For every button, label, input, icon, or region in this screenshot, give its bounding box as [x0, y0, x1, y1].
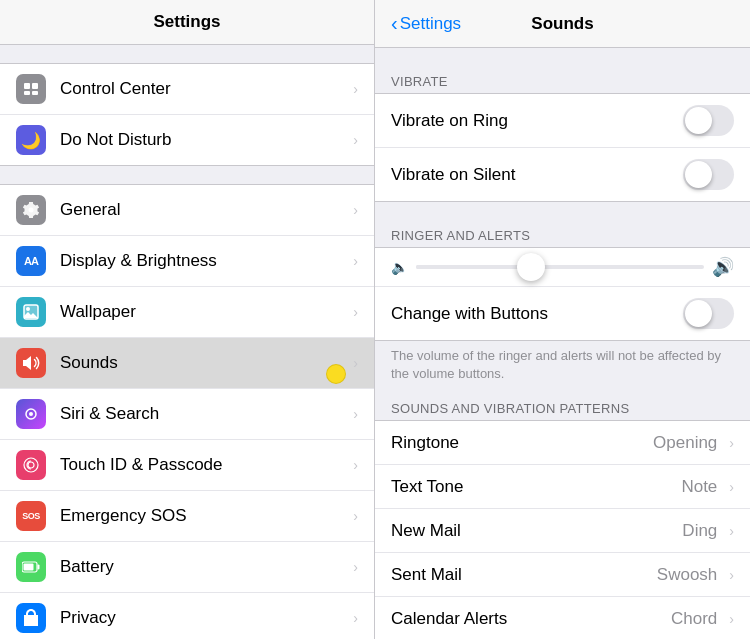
chevron-icon: › [729, 523, 734, 539]
chevron-icon: › [353, 610, 358, 626]
control-center-icon [16, 74, 46, 104]
back-button[interactable]: ‹ Settings [391, 12, 461, 35]
general-label: General [60, 200, 347, 220]
privacy-icon [16, 603, 46, 633]
sidebar-item-emergency-sos[interactable]: SOS Emergency SOS › [0, 491, 374, 542]
change-buttons-toggle[interactable] [683, 298, 734, 329]
svg-point-5 [26, 307, 30, 311]
sidebar-item-battery[interactable]: Battery › [0, 542, 374, 593]
ringer-alerts-section-header: RINGER AND ALERTS [375, 220, 750, 247]
vibrate-ring-toggle[interactable] [683, 105, 734, 136]
sidebar-item-siri-search[interactable]: Siri & Search › [0, 389, 374, 440]
chevron-icon: › [353, 202, 358, 218]
chevron-icon: › [353, 457, 358, 473]
new-mail-row[interactable]: New Mail Ding › [375, 509, 750, 553]
ringer-slider-row: 🔈 🔊 [375, 248, 750, 287]
new-mail-value: Ding [682, 521, 717, 541]
vibrate-group: Vibrate on Ring Vibrate on Silent [375, 93, 750, 202]
svg-rect-2 [24, 91, 30, 95]
sidebar-item-control-center[interactable]: Control Center › [0, 64, 374, 115]
text-tone-value: Note [681, 477, 717, 497]
svg-point-7 [29, 412, 33, 416]
battery-icon [16, 552, 46, 582]
vibrate-silent-toggle[interactable] [683, 159, 734, 190]
chevron-icon: › [353, 508, 358, 524]
settings-left-panel: Settings Control Center › 🌙 Do N [0, 0, 375, 639]
general-icon [16, 195, 46, 225]
touch-id-icon [16, 450, 46, 480]
sent-mail-row[interactable]: Sent Mail Swoosh › [375, 553, 750, 597]
wallpaper-icon [16, 297, 46, 327]
svg-point-8 [28, 462, 34, 468]
calendar-alerts-value: Chord [671, 609, 717, 629]
chevron-icon: › [353, 304, 358, 320]
emergency-sos-icon: SOS [16, 501, 46, 531]
svg-rect-11 [24, 564, 34, 571]
text-tone-row[interactable]: Text Tone Note › [375, 465, 750, 509]
svg-rect-0 [24, 83, 30, 89]
chevron-icon: › [729, 611, 734, 627]
ringer-slider[interactable] [416, 265, 704, 269]
svg-rect-3 [32, 91, 38, 95]
chevron-icon: › [729, 435, 734, 451]
touch-id-label: Touch ID & Passcode [60, 455, 347, 475]
chevron-icon: › [729, 479, 734, 495]
separator [0, 166, 374, 184]
settings-group-2: General › AA Display & Brightness › Wall… [0, 184, 374, 639]
settings-list: Control Center › 🌙 Do Not Disturb › Gene… [0, 45, 374, 639]
sidebar-item-display-brightness[interactable]: AA Display & Brightness › [0, 236, 374, 287]
sounds-label: Sounds [60, 353, 347, 373]
change-with-buttons-row: Change with Buttons [375, 287, 750, 340]
siri-icon [16, 399, 46, 429]
sounds-vibration-group: Ringtone Opening › Text Tone Note › New … [375, 420, 750, 639]
battery-label: Battery [60, 557, 347, 577]
sidebar-item-do-not-disturb[interactable]: 🌙 Do Not Disturb › [0, 115, 374, 165]
chevron-icon: › [729, 567, 734, 583]
sounds-right-panel: ‹ Settings Sounds VIBRATE Vibrate on Rin… [375, 0, 750, 639]
toggle-thumb [685, 300, 712, 327]
vibrate-on-silent-row: Vibrate on Silent [375, 148, 750, 201]
chevron-icon: › [353, 355, 358, 371]
calendar-alerts-row[interactable]: Calendar Alerts Chord › [375, 597, 750, 639]
emergency-sos-label: Emergency SOS [60, 506, 347, 526]
ringtone-row[interactable]: Ringtone Opening › [375, 421, 750, 465]
chevron-icon: › [353, 132, 358, 148]
change-buttons-label: Change with Buttons [391, 304, 683, 324]
left-header: Settings [0, 0, 374, 45]
sounds-icon [16, 348, 46, 378]
wallpaper-label: Wallpaper [60, 302, 347, 322]
gap [375, 48, 750, 66]
right-title: Sounds [531, 14, 593, 34]
right-header: ‹ Settings Sounds [375, 0, 750, 48]
svg-rect-1 [32, 83, 38, 89]
display-brightness-icon: AA [16, 246, 46, 276]
chevron-icon: › [353, 253, 358, 269]
back-label: Settings [400, 14, 461, 34]
volume-low-icon: 🔈 [391, 259, 408, 275]
slider-fill [416, 265, 531, 269]
ringer-alerts-group: 🔈 🔊 Change with Buttons [375, 247, 750, 341]
privacy-label: Privacy [60, 608, 347, 628]
settings-group-1: Control Center › 🌙 Do Not Disturb › [0, 63, 374, 166]
do-not-disturb-label: Do Not Disturb [60, 130, 347, 150]
ringtone-value: Opening [653, 433, 717, 453]
sidebar-item-wallpaper[interactable]: Wallpaper › [0, 287, 374, 338]
sounds-vibration-section-header: SOUNDS AND VIBRATION PATTERNS [375, 393, 750, 420]
svg-rect-10 [38, 565, 40, 570]
volume-high-icon: 🔊 [712, 256, 734, 278]
chevron-icon: › [353, 406, 358, 422]
sidebar-item-sounds[interactable]: Sounds › [0, 338, 374, 389]
slider-thumb [517, 253, 545, 281]
control-center-label: Control Center [60, 79, 347, 99]
vibrate-ring-label: Vibrate on Ring [391, 111, 683, 131]
siri-label: Siri & Search [60, 404, 347, 424]
sidebar-item-touch-id[interactable]: Touch ID & Passcode › [0, 440, 374, 491]
do-not-disturb-icon: 🌙 [16, 125, 46, 155]
text-tone-label: Text Tone [391, 477, 681, 497]
vibrate-section-header: VIBRATE [375, 66, 750, 93]
sidebar-item-privacy[interactable]: Privacy › [0, 593, 374, 639]
back-chevron-icon: ‹ [391, 12, 398, 35]
chevron-icon: › [353, 81, 358, 97]
separator [0, 45, 374, 63]
sidebar-item-general[interactable]: General › [0, 185, 374, 236]
